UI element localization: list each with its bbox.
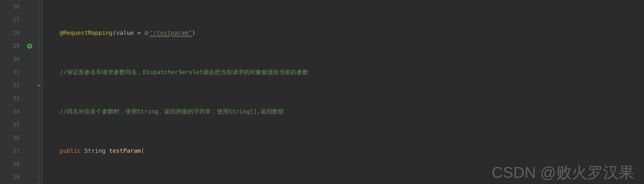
line-number[interactable]: 39 bbox=[0, 171, 20, 184]
keyword-token: public bbox=[60, 147, 81, 154]
line-number[interactable]: 38 bbox=[0, 158, 20, 171]
fold-collapse-icon[interactable]: ⊟ bbox=[37, 84, 41, 88]
code-line[interactable]: public String testParam( bbox=[46, 144, 644, 157]
gutter-icons bbox=[26, 0, 36, 184]
code-line[interactable]: @RequestMapping(value = "/testparam") bbox=[46, 26, 644, 39]
code-line[interactable]: //同名对应多个参数时，使用String，返回拼接的字符串；使用String[]… bbox=[46, 105, 644, 118]
line-number-gutter: 26 27 28 29 30 31 32 33 34 35 36 37 38 3… bbox=[0, 0, 26, 184]
line-number[interactable]: 33 bbox=[0, 92, 20, 105]
override-icon[interactable] bbox=[27, 43, 33, 49]
code-line[interactable]: //保证形参名和请求参数同名，DispatcherServlet就会把当前请求的… bbox=[46, 66, 644, 79]
globe-icon bbox=[144, 31, 149, 35]
line-number[interactable]: 30 bbox=[0, 53, 20, 66]
line-number[interactable]: 26 bbox=[0, 0, 20, 13]
fold-guide-line bbox=[39, 0, 39, 184]
comment-token: //保证形参名和请求参数同名，DispatcherServlet就会把当前请求的… bbox=[60, 69, 308, 75]
fold-end-icon[interactable]: ⌐ bbox=[37, 176, 41, 180]
line-number[interactable]: 29 bbox=[0, 39, 20, 52]
code-editor: 26 27 28 29 30 31 32 33 34 35 36 37 38 3… bbox=[0, 0, 644, 184]
string-token: "/testparam" bbox=[149, 29, 192, 36]
line-number[interactable]: 27 bbox=[0, 13, 20, 26]
line-number[interactable]: 28 bbox=[0, 26, 20, 39]
method-token: testParam bbox=[109, 147, 141, 154]
annotation-token: @RequestMapping bbox=[60, 29, 113, 36]
line-number[interactable]: 35 bbox=[0, 118, 20, 131]
line-number[interactable]: 32 bbox=[0, 79, 20, 92]
code-area[interactable]: @RequestMapping(value = "/testparam") //… bbox=[42, 0, 644, 184]
line-number[interactable]: 37 bbox=[0, 144, 20, 157]
line-number[interactable]: 34 bbox=[0, 105, 20, 118]
line-number[interactable]: 31 bbox=[0, 66, 20, 79]
line-number[interactable]: 36 bbox=[0, 131, 20, 144]
fold-gutter: ⊟ ⌐ bbox=[36, 0, 42, 184]
comment-token: //同名对应多个参数时，使用String，返回拼接的字符串；使用String[]… bbox=[60, 108, 284, 115]
